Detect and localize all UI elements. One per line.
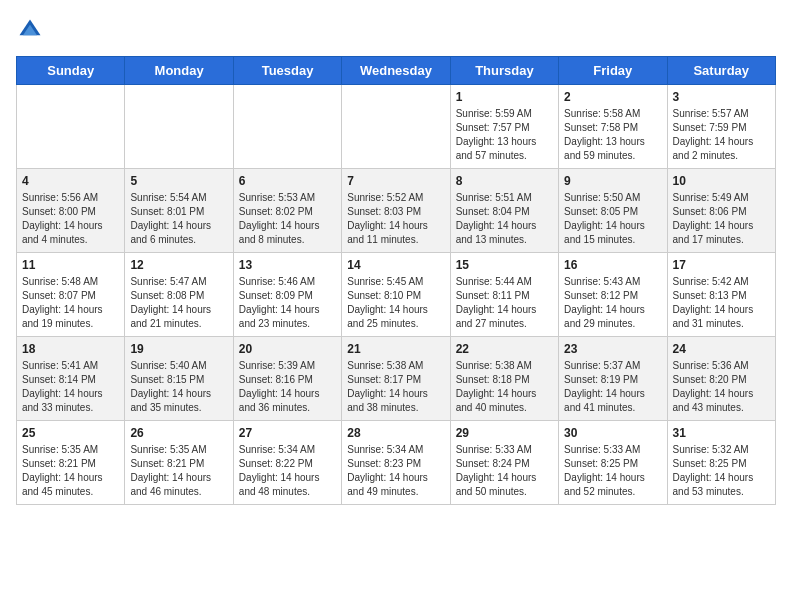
calendar-cell: 30Sunrise: 5:33 AM Sunset: 8:25 PM Dayli…: [559, 421, 667, 505]
day-info: Sunrise: 5:41 AM Sunset: 8:14 PM Dayligh…: [22, 359, 119, 415]
day-number: 14: [347, 258, 444, 272]
day-header-monday: Monday: [125, 57, 233, 85]
day-number: 3: [673, 90, 770, 104]
day-info: Sunrise: 5:35 AM Sunset: 8:21 PM Dayligh…: [22, 443, 119, 499]
day-header-friday: Friday: [559, 57, 667, 85]
calendar-week-1: 4Sunrise: 5:56 AM Sunset: 8:00 PM Daylig…: [17, 169, 776, 253]
day-number: 27: [239, 426, 336, 440]
calendar-cell: 29Sunrise: 5:33 AM Sunset: 8:24 PM Dayli…: [450, 421, 558, 505]
day-info: Sunrise: 5:37 AM Sunset: 8:19 PM Dayligh…: [564, 359, 661, 415]
calendar-week-3: 18Sunrise: 5:41 AM Sunset: 8:14 PM Dayli…: [17, 337, 776, 421]
calendar-cell: 8Sunrise: 5:51 AM Sunset: 8:04 PM Daylig…: [450, 169, 558, 253]
calendar-body: 1Sunrise: 5:59 AM Sunset: 7:57 PM Daylig…: [17, 85, 776, 505]
calendar-cell: 5Sunrise: 5:54 AM Sunset: 8:01 PM Daylig…: [125, 169, 233, 253]
day-number: 1: [456, 90, 553, 104]
day-info: Sunrise: 5:38 AM Sunset: 8:17 PM Dayligh…: [347, 359, 444, 415]
calendar-cell: 28Sunrise: 5:34 AM Sunset: 8:23 PM Dayli…: [342, 421, 450, 505]
day-header-sunday: Sunday: [17, 57, 125, 85]
day-number: 16: [564, 258, 661, 272]
day-number: 10: [673, 174, 770, 188]
calendar-cell: 10Sunrise: 5:49 AM Sunset: 8:06 PM Dayli…: [667, 169, 775, 253]
page-header: [16, 16, 776, 44]
day-number: 21: [347, 342, 444, 356]
day-info: Sunrise: 5:38 AM Sunset: 8:18 PM Dayligh…: [456, 359, 553, 415]
calendar-cell: 4Sunrise: 5:56 AM Sunset: 8:00 PM Daylig…: [17, 169, 125, 253]
day-info: Sunrise: 5:34 AM Sunset: 8:22 PM Dayligh…: [239, 443, 336, 499]
calendar-cell: 7Sunrise: 5:52 AM Sunset: 8:03 PM Daylig…: [342, 169, 450, 253]
day-info: Sunrise: 5:54 AM Sunset: 8:01 PM Dayligh…: [130, 191, 227, 247]
day-info: Sunrise: 5:51 AM Sunset: 8:04 PM Dayligh…: [456, 191, 553, 247]
calendar-cell: 21Sunrise: 5:38 AM Sunset: 8:17 PM Dayli…: [342, 337, 450, 421]
calendar-header: SundayMondayTuesdayWednesdayThursdayFrid…: [17, 57, 776, 85]
calendar-cell: 23Sunrise: 5:37 AM Sunset: 8:19 PM Dayli…: [559, 337, 667, 421]
day-number: 19: [130, 342, 227, 356]
calendar-cell: 20Sunrise: 5:39 AM Sunset: 8:16 PM Dayli…: [233, 337, 341, 421]
day-info: Sunrise: 5:45 AM Sunset: 8:10 PM Dayligh…: [347, 275, 444, 331]
calendar-cell: [17, 85, 125, 169]
day-info: Sunrise: 5:56 AM Sunset: 8:00 PM Dayligh…: [22, 191, 119, 247]
calendar-cell: [342, 85, 450, 169]
day-info: Sunrise: 5:44 AM Sunset: 8:11 PM Dayligh…: [456, 275, 553, 331]
day-number: 29: [456, 426, 553, 440]
day-number: 26: [130, 426, 227, 440]
day-number: 9: [564, 174, 661, 188]
header-row: SundayMondayTuesdayWednesdayThursdayFrid…: [17, 57, 776, 85]
day-info: Sunrise: 5:42 AM Sunset: 8:13 PM Dayligh…: [673, 275, 770, 331]
day-number: 18: [22, 342, 119, 356]
calendar-cell: 25Sunrise: 5:35 AM Sunset: 8:21 PM Dayli…: [17, 421, 125, 505]
day-number: 30: [564, 426, 661, 440]
calendar-cell: 12Sunrise: 5:47 AM Sunset: 8:08 PM Dayli…: [125, 253, 233, 337]
day-number: 8: [456, 174, 553, 188]
day-number: 22: [456, 342, 553, 356]
day-header-saturday: Saturday: [667, 57, 775, 85]
calendar-cell: 9Sunrise: 5:50 AM Sunset: 8:05 PM Daylig…: [559, 169, 667, 253]
day-info: Sunrise: 5:33 AM Sunset: 8:24 PM Dayligh…: [456, 443, 553, 499]
calendar-week-4: 25Sunrise: 5:35 AM Sunset: 8:21 PM Dayli…: [17, 421, 776, 505]
calendar-cell: 2Sunrise: 5:58 AM Sunset: 7:58 PM Daylig…: [559, 85, 667, 169]
day-number: 11: [22, 258, 119, 272]
calendar-week-0: 1Sunrise: 5:59 AM Sunset: 7:57 PM Daylig…: [17, 85, 776, 169]
calendar-cell: 31Sunrise: 5:32 AM Sunset: 8:25 PM Dayli…: [667, 421, 775, 505]
day-info: Sunrise: 5:53 AM Sunset: 8:02 PM Dayligh…: [239, 191, 336, 247]
calendar-cell: 26Sunrise: 5:35 AM Sunset: 8:21 PM Dayli…: [125, 421, 233, 505]
calendar-cell: [233, 85, 341, 169]
calendar-cell: [125, 85, 233, 169]
calendar-week-2: 11Sunrise: 5:48 AM Sunset: 8:07 PM Dayli…: [17, 253, 776, 337]
day-info: Sunrise: 5:39 AM Sunset: 8:16 PM Dayligh…: [239, 359, 336, 415]
day-number: 12: [130, 258, 227, 272]
calendar-cell: 19Sunrise: 5:40 AM Sunset: 8:15 PM Dayli…: [125, 337, 233, 421]
day-info: Sunrise: 5:50 AM Sunset: 8:05 PM Dayligh…: [564, 191, 661, 247]
calendar-cell: 16Sunrise: 5:43 AM Sunset: 8:12 PM Dayli…: [559, 253, 667, 337]
logo: [16, 16, 48, 44]
day-number: 7: [347, 174, 444, 188]
day-info: Sunrise: 5:32 AM Sunset: 8:25 PM Dayligh…: [673, 443, 770, 499]
day-number: 4: [22, 174, 119, 188]
calendar-cell: 13Sunrise: 5:46 AM Sunset: 8:09 PM Dayli…: [233, 253, 341, 337]
calendar-cell: 15Sunrise: 5:44 AM Sunset: 8:11 PM Dayli…: [450, 253, 558, 337]
day-number: 13: [239, 258, 336, 272]
day-number: 20: [239, 342, 336, 356]
day-number: 28: [347, 426, 444, 440]
day-number: 17: [673, 258, 770, 272]
day-info: Sunrise: 5:52 AM Sunset: 8:03 PM Dayligh…: [347, 191, 444, 247]
day-number: 25: [22, 426, 119, 440]
calendar-cell: 14Sunrise: 5:45 AM Sunset: 8:10 PM Dayli…: [342, 253, 450, 337]
calendar-cell: 17Sunrise: 5:42 AM Sunset: 8:13 PM Dayli…: [667, 253, 775, 337]
day-number: 2: [564, 90, 661, 104]
day-info: Sunrise: 5:46 AM Sunset: 8:09 PM Dayligh…: [239, 275, 336, 331]
day-info: Sunrise: 5:33 AM Sunset: 8:25 PM Dayligh…: [564, 443, 661, 499]
day-info: Sunrise: 5:59 AM Sunset: 7:57 PM Dayligh…: [456, 107, 553, 163]
calendar-cell: 6Sunrise: 5:53 AM Sunset: 8:02 PM Daylig…: [233, 169, 341, 253]
day-number: 23: [564, 342, 661, 356]
day-info: Sunrise: 5:43 AM Sunset: 8:12 PM Dayligh…: [564, 275, 661, 331]
calendar-cell: 27Sunrise: 5:34 AM Sunset: 8:22 PM Dayli…: [233, 421, 341, 505]
day-info: Sunrise: 5:36 AM Sunset: 8:20 PM Dayligh…: [673, 359, 770, 415]
calendar-cell: 24Sunrise: 5:36 AM Sunset: 8:20 PM Dayli…: [667, 337, 775, 421]
day-info: Sunrise: 5:40 AM Sunset: 8:15 PM Dayligh…: [130, 359, 227, 415]
day-header-thursday: Thursday: [450, 57, 558, 85]
calendar-table: SundayMondayTuesdayWednesdayThursdayFrid…: [16, 56, 776, 505]
day-number: 15: [456, 258, 553, 272]
day-header-wednesday: Wednesday: [342, 57, 450, 85]
calendar-cell: 3Sunrise: 5:57 AM Sunset: 7:59 PM Daylig…: [667, 85, 775, 169]
calendar-cell: 1Sunrise: 5:59 AM Sunset: 7:57 PM Daylig…: [450, 85, 558, 169]
